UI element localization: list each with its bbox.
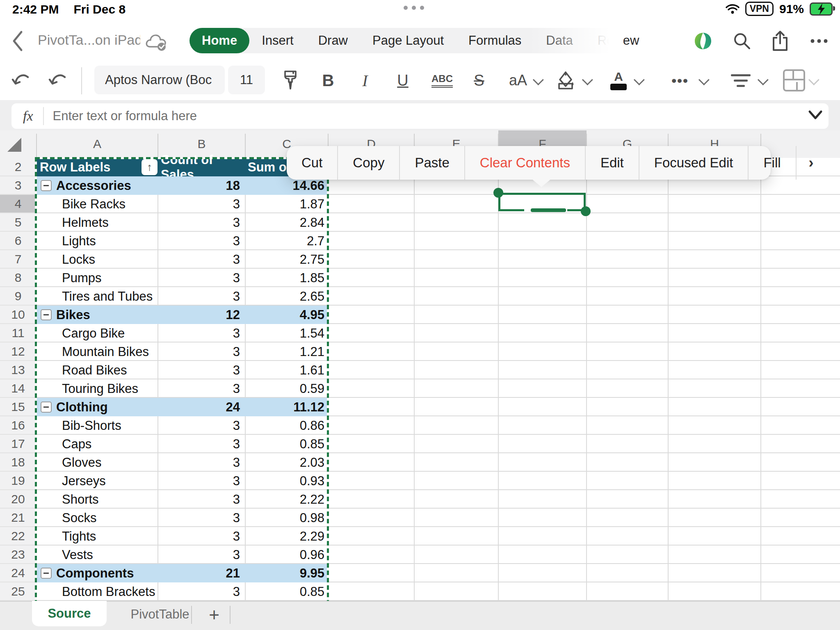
more-icon[interactable] (809, 32, 829, 50)
document-title[interactable]: PivotTa...on iPad (38, 32, 140, 48)
pivot-item-label[interactable]: Lights (62, 232, 160, 250)
row-header-21[interactable]: 21 (0, 509, 36, 527)
column-header-A[interactable]: A (37, 130, 158, 157)
pivot-item-label[interactable]: Caps (62, 435, 160, 453)
pivot-category-label[interactable]: Bikes (56, 306, 155, 324)
pivot-item-label[interactable]: Socks (62, 509, 160, 527)
ribbon-tab-home[interactable]: Home (189, 28, 249, 53)
double-underline-button[interactable]: ABC (427, 62, 458, 98)
menu-item-fill[interactable]: Fill (748, 146, 795, 180)
pivot-item-label[interactable]: Touring Bikes (62, 379, 160, 398)
row-header-15[interactable]: 15 (0, 398, 36, 416)
ribbon-tab-page-layout[interactable]: Page Layout (360, 28, 456, 53)
pivot-sum-value[interactable]: 9.95 (213, 564, 324, 582)
pivot-sum-value[interactable]: 0.98 (213, 509, 324, 527)
pivot-item-label[interactable]: Locks (62, 250, 160, 269)
borders-chevron-icon[interactable] (808, 74, 819, 85)
pivot-item-label[interactable]: Tights (62, 527, 160, 546)
pivot-sum-value[interactable]: 0.93 (213, 472, 324, 490)
row-header-20[interactable]: 20 (0, 490, 36, 509)
alignment-chevron-icon[interactable] (758, 74, 769, 85)
row-header-22[interactable]: 22 (0, 527, 36, 546)
row-header-2[interactable]: 2 (0, 158, 36, 176)
pivot-sum-value[interactable]: 1.54 (213, 324, 324, 342)
alignment-button[interactable] (728, 62, 753, 98)
pivot-sum-value[interactable]: 2.84 (213, 213, 324, 232)
row-header-5[interactable]: 5 (0, 213, 36, 232)
pivot-item-label[interactable]: Bib-Shorts (62, 416, 160, 435)
row-header-12[interactable]: 12 (0, 342, 36, 361)
pivot-sum-value[interactable]: 11.12 (213, 398, 324, 416)
pivot-sum-value[interactable]: 2.03 (213, 453, 324, 472)
share-icon[interactable] (771, 30, 789, 52)
pivot-sum-value[interactable]: 0.96 (213, 546, 324, 564)
undo-icon[interactable] (11, 71, 33, 91)
pivot-item-label[interactable]: Vests (62, 546, 160, 564)
ribbon-tab-insert[interactable]: Insert (249, 28, 306, 53)
menu-more-chevron[interactable]: › (796, 146, 826, 180)
selection-handle-bottomright[interactable] (581, 206, 591, 216)
pivot-header-count[interactable]: Count of Sales (161, 158, 243, 176)
pivot-sum-value[interactable]: 2.65 (213, 287, 324, 306)
pivot-header-row-labels[interactable]: Row Labels (40, 158, 138, 176)
sheet-tab-source[interactable]: Source (32, 601, 107, 626)
strikethrough-button[interactable]: S (468, 62, 491, 98)
multitask-grabber-icon[interactable] (404, 6, 424, 10)
pivot-item-label[interactable]: Jerseys (62, 472, 160, 490)
row-header-17[interactable]: 17 (0, 435, 36, 453)
row-header-6[interactable]: 6 (0, 232, 36, 250)
font-color-chevron-icon[interactable] (634, 74, 645, 85)
pivot-item-label[interactable]: Bike Racks (62, 195, 160, 213)
pivot-item-label[interactable]: Road Bikes (62, 361, 160, 379)
fill-color-chevron-icon[interactable] (582, 74, 593, 85)
spreadsheet-grid[interactable]: 2345678910111213141516171819202122232425… (0, 158, 840, 601)
pivot-sum-value[interactable]: 2.22 (213, 490, 324, 509)
selected-cell[interactable] (498, 193, 586, 211)
more-formatting-chevron-icon[interactable] (698, 74, 710, 85)
row-header-3[interactable]: 3 (0, 176, 36, 195)
add-sheet-button[interactable]: + (202, 602, 226, 628)
ribbon-tab-formulas[interactable]: Formulas (456, 28, 534, 53)
bold-button[interactable]: B (317, 62, 340, 98)
pivot-sum-value[interactable]: 2.75 (213, 250, 324, 269)
sort-button[interactable]: ↑ (142, 159, 158, 175)
selection-handle-topleft[interactable] (493, 188, 503, 198)
font-color-button[interactable]: A (606, 62, 631, 98)
menu-item-edit[interactable]: Edit (585, 146, 639, 180)
row-header-13[interactable]: 13 (0, 361, 36, 379)
pivot-category-label[interactable]: Components (56, 564, 155, 582)
pivot-sum-value[interactable]: 0.85 (213, 582, 324, 601)
row-header-4[interactable]: 4 (0, 195, 36, 213)
formula-expand-icon[interactable] (807, 109, 824, 121)
sheet-tab-pivottable[interactable]: PivotTable (123, 604, 197, 625)
pivot-item-label[interactable]: Cargo Bike (62, 324, 160, 342)
menu-item-focused-edit[interactable]: Focused Edit (639, 146, 748, 180)
back-icon[interactable] (11, 30, 25, 52)
ribbon-tab-draw[interactable]: Draw (306, 28, 360, 53)
more-formatting-button[interactable]: ••• (664, 62, 696, 98)
font-style-chevron-icon[interactable] (533, 74, 544, 85)
row-header-23[interactable]: 23 (0, 546, 36, 564)
pivot-sum-value[interactable]: 1.85 (213, 269, 324, 287)
pivot-item-label[interactable]: Pumps (62, 269, 160, 287)
copilot-icon[interactable] (693, 31, 713, 51)
menu-item-cut[interactable]: Cut (287, 146, 337, 180)
pivot-sum-value[interactable]: 4.95 (213, 306, 324, 324)
formula-input[interactable]: fx Enter text or formula here (11, 103, 829, 129)
pivot-item-label[interactable]: Gloves (62, 453, 160, 472)
row-header-18[interactable]: 18 (0, 453, 36, 472)
format-painter-button[interactable] (279, 62, 302, 98)
font-name-picker[interactable]: Aptos Narrow (Boc (94, 66, 225, 94)
pivot-sum-value[interactable]: 2.29 (213, 527, 324, 546)
borders-button[interactable] (782, 62, 806, 98)
font-style-button[interactable]: aA (504, 62, 532, 98)
row-header-16[interactable]: 16 (0, 416, 36, 435)
underline-button[interactable]: U (390, 62, 415, 98)
collapse-button[interactable] (41, 568, 52, 579)
pivot-sum-value[interactable]: 0.85 (213, 435, 324, 453)
pivot-sum-value[interactable]: 0.86 (213, 416, 324, 435)
row-header-7[interactable]: 7 (0, 250, 36, 269)
fill-color-button[interactable] (552, 62, 579, 98)
collapse-button[interactable] (41, 402, 52, 413)
collapse-button[interactable] (41, 180, 52, 191)
